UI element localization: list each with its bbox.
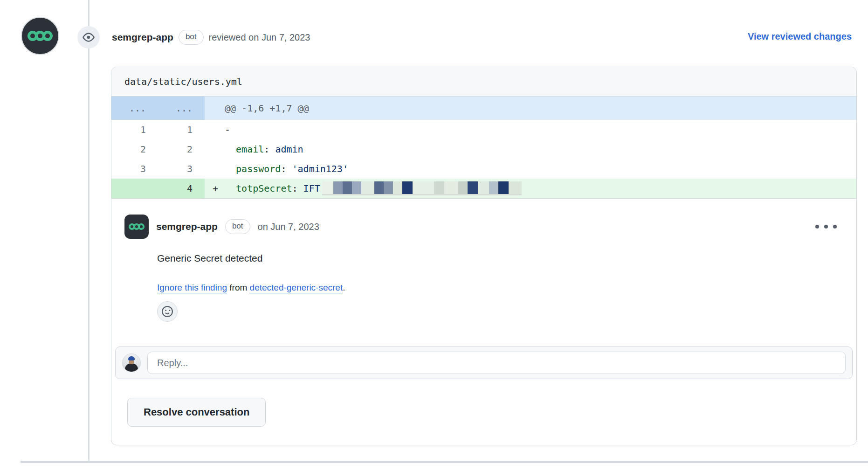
current-user-avatar[interactable] [122,353,141,372]
diff-table: ... ... @@ -1,6 +1,7 @@ 11-22 email: adm… [111,97,856,199]
new-line-number: 1 [158,120,205,139]
file-path: data/static/users.yml [124,76,242,87]
timeline-bottom-divider [21,461,868,463]
hunk-header: @@ -1,6 +1,7 @@ [205,97,856,120]
hunk-old-gutter: ... [111,97,158,120]
redacted-secret [322,181,522,195]
timeline-line [88,0,90,462]
review-header: semgrep-app bot reviewed on Jun 7, 2023 [112,26,310,48]
new-line-number: 3 [158,159,205,179]
diff-line: 33 password: 'admin123' [111,159,856,179]
add-reaction-button[interactable] [157,301,178,322]
comment-links: Ignore this finding from detected-generi… [157,283,843,293]
code-cell: - [205,120,856,139]
eye-icon [77,26,100,48]
comment-author-avatar[interactable] [124,215,149,239]
kebab-horizontal-icon[interactable] [815,225,843,229]
diff-line: 11- [111,120,856,139]
code-cell: + totpSecret: IFT [205,179,856,198]
review-action-text: reviewed on Jun 7, 2023 [209,32,310,43]
diff-hunk-row: ... ... @@ -1,6 +1,7 @@ [111,97,856,120]
semgrep-logo-icon [28,31,53,41]
reviewer-name[interactable]: semgrep-app [112,32,173,43]
old-line-number: 2 [111,139,158,159]
diff-file-header[interactable]: data/static/users.yml [111,67,856,97]
comment: semgrep-app bot on Jun 7, 2023 Generic S… [111,199,856,322]
old-line-number [111,179,158,198]
hunk-new-gutter: ... [158,97,205,120]
period-text: . [343,283,345,292]
bot-badge: bot [179,30,204,45]
comment-header: semgrep-app bot on Jun 7, 2023 [124,215,843,239]
resolve-conversation-button[interactable]: Resolve conversation [127,398,266,427]
diff-marker: + [213,183,225,194]
diff-lines: 11-22 email: admin33 password: 'admin123… [111,120,856,198]
rule-link[interactable]: detected-generic-secret [250,283,343,292]
old-line-number: 1 [111,120,158,139]
diff-line: 4+ totpSecret: IFT [111,179,856,198]
old-line-number: 3 [111,159,158,179]
from-text: from [227,283,250,292]
reply-input[interactable] [147,352,846,374]
diff-line: 22 email: admin [111,139,856,159]
comment-author-name[interactable]: semgrep-app [156,221,218,232]
bot-badge: bot [225,219,250,234]
semgrep-logo-icon [129,223,145,230]
ignore-finding-link[interactable]: Ignore this finding [157,283,227,292]
code-cell: email: admin [205,139,856,159]
review-card: data/static/users.yml ... ... @@ -1,6 +1… [111,67,857,445]
comment-body: Generic Secret detected [157,253,843,264]
new-line-number: 2 [158,139,205,159]
reply-strip [115,346,853,379]
smiley-icon [162,306,173,317]
comment-date: on Jun 7, 2023 [258,222,319,232]
code-cell: password: 'admin123' [205,159,856,179]
new-line-number: 4 [158,179,205,198]
resolve-row: Resolve conversation [127,398,856,427]
view-reviewed-changes-link[interactable]: View reviewed changes [748,31,852,42]
reviewer-avatar[interactable] [21,17,59,55]
